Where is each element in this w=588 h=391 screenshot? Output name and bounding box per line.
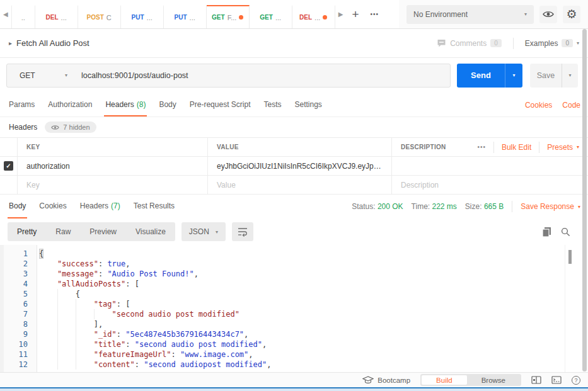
tab-label: Raw [55,227,71,236]
code-token: : [171,349,180,360]
comments-count-badge: 0 [490,39,502,47]
tab-tests[interactable]: Tests [262,94,282,116]
key-input[interactable]: Key [26,181,40,190]
environment-quick-look-button[interactable] [539,6,557,23]
tab-label: Cookies [39,201,66,210]
column-header-key: KEY [26,144,40,150]
code-link[interactable]: Code [562,101,580,110]
code-token: "tag" [94,299,117,309]
divider [539,142,539,153]
line-number: 2 [0,259,28,269]
tab-body[interactable]: Body [158,94,177,116]
code-line: 5{ [0,289,588,299]
send-button[interactable]: Send [457,64,505,88]
code-token: { [39,249,43,259]
cookies-link[interactable]: Cookies [525,101,552,110]
browse-button[interactable]: Browse [467,375,520,385]
request-tab[interactable]: GETF... [207,5,250,28]
description-input[interactable]: Description [401,181,439,190]
line-number: 1 [0,249,28,259]
save-options-button[interactable]: ▾ [562,64,578,88]
tab-pre-request-script[interactable]: Pre-request Script [188,94,252,116]
tab-visualize[interactable]: Visualize [126,222,175,241]
tab-settings[interactable]: Settings [294,94,323,116]
request-tab[interactable]: POSTC [78,5,121,28]
build-button[interactable]: Build [422,375,467,385]
method-selector[interactable]: GET ▾ [7,64,78,87]
comments-label: Comments [450,39,487,48]
tab-name-label: .. [21,14,25,21]
scroll-tabs-left-icon[interactable]: ◀ [0,11,11,18]
request-tab[interactable]: DEL... [35,5,78,28]
search-button[interactable] [561,227,570,237]
save-button[interactable]: Save [530,64,562,88]
presets-dropdown[interactable]: Presets ▾ [547,143,579,152]
title-actions: Comments 0 Examples 0 ▾ [437,38,579,49]
table-options-button[interactable]: ••• [477,144,486,150]
chevron-down-icon: ▾ [524,11,527,17]
tab-label: Body [9,201,26,210]
code-token: "content" [94,360,135,370]
tab-test-results[interactable]: Test Results [132,195,176,218]
console-button[interactable] [551,376,562,384]
tab-body[interactable]: Body [8,195,27,218]
header-row-checkbox[interactable]: ✓ [4,161,13,171]
window-scrollbar-thumb[interactable] [582,29,587,371]
two-pane-button[interactable] [531,376,541,384]
value-input[interactable]: Value [217,181,236,190]
new-tab-button[interactable]: + [346,8,364,21]
tab-method-label: GET [260,14,273,21]
line-number: 11 [0,349,28,360]
save-response-dropdown[interactable]: Save Response ▾ [521,202,580,211]
tab-method-label: DEL [299,14,312,21]
help-button[interactable]: ? [572,376,580,385]
code-lines: 1{2"success": true,3"message": "Audio Po… [0,249,588,370]
tab-params[interactable]: Params [8,94,36,116]
wrap-lines-button[interactable] [232,222,253,241]
indent-guide [76,339,94,349]
unsaved-dot-icon [239,15,243,20]
code-token: : [135,360,144,370]
header-value-value[interactable]: eyJhbGciOiJIUzI1NiIsInR5cCI6IkpXVCJ9.eyJ… [217,162,383,171]
examples-dropdown[interactable]: Examples 0 ▾ [525,39,579,48]
request-title-row: ▸ Fetch All Audio Post Comments 0 Exampl… [0,29,588,58]
send-options-button[interactable]: ▾ [505,64,522,88]
bootcamp-button[interactable]: Bootcamp [362,376,410,385]
request-tab[interactable]: DEL... [292,5,335,28]
tab-headers[interactable]: Headers(7) [79,195,122,218]
format-selector[interactable]: JSON ▾ [182,222,226,241]
column-header-value: VALUE [217,144,239,150]
request-tab[interactable]: PUT... [164,5,207,28]
editor-scrollbar-thumb[interactable] [568,250,572,264]
code-token: , [248,349,253,360]
workspace-topbar: ◀ ..DEL...POSTCPUT...PUT...GETF...GET...… [0,0,588,29]
header-key-value[interactable]: authorization [26,162,70,171]
indent-guide [39,299,57,309]
copy-button[interactable] [542,227,551,237]
response-meta-row: BodyCookiesHeaders(7)Test Results Status… [0,195,588,218]
tab-headers[interactable]: Headers(8) [104,94,147,116]
gear-icon: ⚙ [566,8,577,20]
tab-preview[interactable]: Preview [80,222,126,241]
request-tab[interactable]: PUT... [121,5,164,28]
tab-cookies[interactable]: Cookies [38,195,67,218]
comments-button[interactable]: Comments 0 [437,39,502,48]
line-number: 8 [0,319,28,329]
hidden-headers-toggle[interactable]: 7 hidden [45,122,96,133]
tab-pretty[interactable]: Pretty [8,222,46,241]
tab-options-button[interactable]: ••• [365,11,385,18]
size-label: Size: [465,202,482,211]
url-input[interactable] [78,64,450,87]
environment-selector[interactable]: No Environment ▾ [406,5,534,24]
bulk-edit-link[interactable]: Bulk Edit [502,143,531,152]
request-tab[interactable]: .. [11,5,35,28]
tab-authorization[interactable]: Authorization [47,94,93,116]
time-value: 222 ms [432,202,457,211]
response-body-viewer[interactable]: 1{2"success": true,3"message": "Audio Po… [0,245,588,372]
code-token: , [125,259,130,269]
tab-raw[interactable]: Raw [46,222,80,241]
scroll-tabs-right-icon[interactable]: ▶ [335,11,347,18]
request-tab[interactable]: GET... [250,5,292,28]
collapse-request-icon[interactable]: ▸ [9,40,12,47]
settings-button[interactable]: ⚙ [563,6,580,23]
